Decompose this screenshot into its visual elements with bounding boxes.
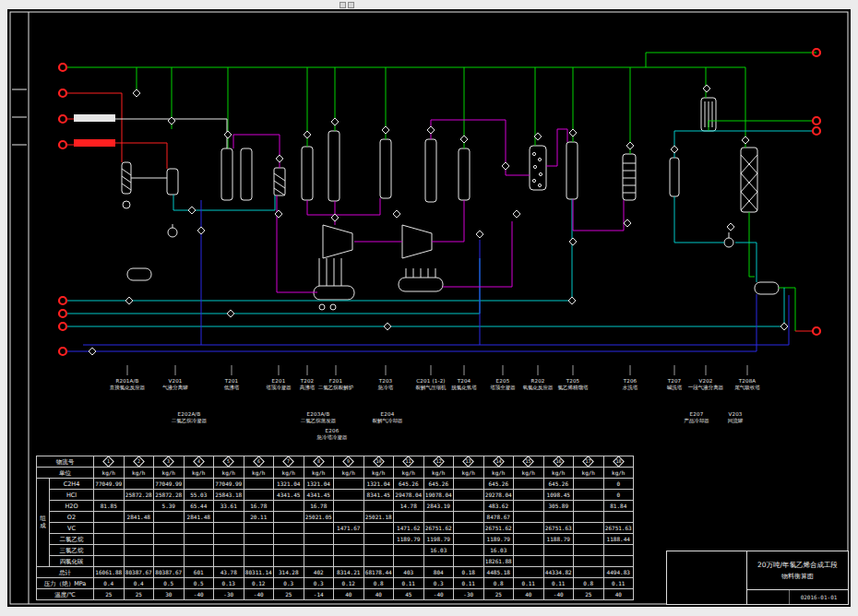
- value-cell: [184, 556, 214, 567]
- equipment-tag: C201 (1-2): [416, 378, 447, 385]
- value-cell: [94, 512, 125, 523]
- value-cell: [124, 523, 154, 534]
- equipment-name: 二氯乙烷裂解炉: [318, 385, 354, 391]
- value-cell: [574, 479, 604, 490]
- stream-number-cell: 14: [483, 456, 514, 468]
- stream-number-cell: 15: [514, 456, 544, 468]
- equipment-tag: V202: [688, 378, 724, 385]
- equipment-label: E202A/B二氯乙烷冷凝器: [172, 411, 208, 424]
- equipment-tag: V203: [728, 411, 744, 418]
- value-cell: [514, 534, 544, 545]
- value-cell: [454, 534, 484, 545]
- value-cell: 1189.79: [394, 534, 424, 545]
- value-cell: 16.03: [483, 545, 514, 556]
- value-cell: 314.28: [274, 567, 304, 578]
- stream-number-cell: 8: [304, 456, 334, 468]
- value-cell: -30: [214, 589, 244, 600]
- value-cell: [304, 523, 334, 534]
- stream-number-row-label: 物流号: [37, 456, 94, 468]
- value-cell: 80387.67: [154, 567, 185, 578]
- equipment-name: 急冷塔冷凝器: [317, 434, 348, 441]
- value-cell: 1098.45: [543, 490, 574, 501]
- value-cell: [514, 567, 544, 578]
- value-cell: [363, 523, 394, 534]
- value-cell: [274, 512, 304, 523]
- value-cell: 0.13: [214, 578, 244, 589]
- value-cell: [274, 523, 304, 534]
- equipment-name: 气液分离罐: [162, 385, 188, 391]
- title-block-revision-grid: [667, 551, 747, 604]
- equipment-tag: E201: [266, 378, 292, 385]
- value-cell: [334, 534, 364, 545]
- value-cell: 1321.04: [304, 479, 334, 490]
- value-cell: -40: [244, 589, 274, 600]
- stream-number-diamond: 3: [162, 456, 174, 468]
- stream-number-cell: 4: [184, 456, 214, 468]
- value-cell: [184, 534, 214, 545]
- drawing-number: 02016-01-01: [790, 590, 848, 604]
- material-balance-table-wrap: 物流号123456789101112131415161718单位kg/hkg/h…: [36, 456, 634, 600]
- equipment-label: T207碱洗塔: [667, 378, 683, 391]
- stream-number-cell: 5: [214, 456, 244, 468]
- value-cell: [94, 556, 125, 567]
- equipment-name: 急冷塔: [378, 385, 394, 391]
- component-label: C2H4: [50, 479, 94, 490]
- value-cell: 2841.48: [184, 512, 214, 523]
- value-cell: 14.78: [394, 501, 424, 512]
- material-balance-table: 物流号123456789101112131415161718单位kg/hkg/h…: [36, 456, 634, 600]
- value-cell: [574, 545, 604, 556]
- value-cell: 16.78: [244, 501, 274, 512]
- equipment-tag: T201: [224, 378, 240, 385]
- equipment-name: 水洗塔: [623, 385, 638, 391]
- value-cell: [244, 523, 274, 534]
- stream-number-cell: 10: [363, 456, 394, 468]
- stream-number-cell: 17: [574, 456, 604, 468]
- value-cell: 30: [154, 589, 185, 600]
- value-cell: [514, 512, 544, 523]
- value-cell: [274, 534, 304, 545]
- value-cell: [394, 545, 424, 556]
- equipment-name: 直接氯化反应器: [110, 385, 146, 391]
- equipment-label: F201二氯乙烷裂解炉: [318, 378, 354, 391]
- value-cell: [334, 479, 364, 490]
- equipment-label: E203A/B二氯乙烷蒸发器: [301, 411, 337, 424]
- value-cell: 26751.63: [603, 523, 634, 534]
- value-cell: [94, 490, 125, 501]
- value-cell: [274, 501, 304, 512]
- stream-number-cell: 7: [274, 456, 304, 468]
- value-cell: [304, 556, 334, 567]
- stream-number-cell: 2: [124, 456, 154, 468]
- stream-number-cell: 12: [423, 456, 454, 468]
- value-cell: 40: [514, 589, 544, 600]
- value-cell: 26751.62: [423, 523, 454, 534]
- component-label: 二氯乙烷: [50, 534, 94, 545]
- value-cell: 25: [574, 589, 604, 600]
- value-cell: [154, 545, 185, 556]
- value-cell: 40: [363, 589, 394, 600]
- stream-number-diamond: 17: [582, 456, 594, 468]
- value-cell: [514, 501, 544, 512]
- stream-number-diamond: 4: [193, 456, 205, 468]
- component-label: 三氯乙烷: [50, 545, 94, 556]
- title-block-main: 20万吨/年氯乙烯合成工段 物料衡算图 02016-01-01: [747, 551, 848, 604]
- equipment-label: T202高沸塔: [300, 378, 316, 391]
- value-cell: 25: [274, 589, 304, 600]
- value-cell: 0.4: [94, 578, 125, 589]
- unit-cell: kg/h: [514, 468, 544, 479]
- equipment-name: 回流罐: [728, 418, 744, 424]
- value-cell: 1471.62: [394, 523, 424, 534]
- value-cell: [334, 556, 364, 567]
- value-cell: 0.3: [423, 578, 454, 589]
- value-cell: 0.5: [154, 578, 185, 589]
- unit-cell: kg/h: [154, 468, 185, 479]
- total-row-label: 总计: [37, 567, 94, 578]
- value-cell: 25: [483, 589, 514, 600]
- value-cell: 0.11: [603, 578, 634, 589]
- value-cell: [274, 545, 304, 556]
- stream-number-diamond: 10: [373, 456, 385, 468]
- value-cell: 0.8: [363, 578, 394, 589]
- equipment-tag: E202A/B: [172, 411, 208, 418]
- value-cell: [154, 534, 185, 545]
- equipment-tag: T206: [623, 378, 638, 385]
- drawing-title-line2: 物料衡算图: [781, 572, 814, 581]
